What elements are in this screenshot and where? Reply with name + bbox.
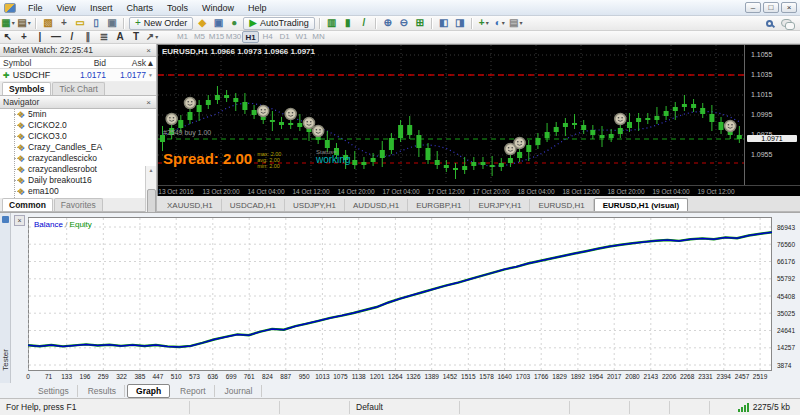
dropdown-arrow-icon[interactable]: ▾ [12, 18, 15, 28]
data-window-icon[interactable]: ▯ [88, 17, 104, 30]
new-chart-icon[interactable]: ▦▾ [0, 17, 16, 30]
text-icon[interactable]: A [112, 31, 128, 44]
chart-tab-xauusd-h1[interactable]: XAUUSD,H1 [159, 199, 222, 211]
cursor-crosshair-icon[interactable]: + [56, 17, 72, 30]
chart-tab-usdjpy-h1[interactable]: USDJPY,H1 [285, 199, 345, 211]
navigator-item-daily-breakout16[interactable]: ❖Daily breakout16 [0, 175, 156, 186]
web-community-icon[interactable]: ● [226, 17, 242, 30]
add-indicator-icon[interactable]: +▾ [476, 17, 492, 30]
chart-tab-usdcad-h1[interactable]: USDCAD,H1 [222, 199, 285, 211]
menu-help[interactable]: Help [241, 3, 274, 13]
dropdown-arrow-icon[interactable]: ▾ [155, 32, 158, 42]
chart-tab-eurusd-h1[interactable]: EURUSD,H1 [530, 199, 593, 211]
tab-favorites[interactable]: Favorites [54, 198, 103, 211]
menu-insert[interactable]: Insert [83, 3, 120, 13]
navigator-item-crazy-candles-ea[interactable]: ❖Crazy_Candles_EA [0, 142, 156, 153]
tester-tab-graph[interactable]: Graph [127, 384, 170, 398]
symbol-row[interactable]: ✚USDCHF1.01711.0177▼ [0, 69, 156, 82]
equidistant-channel-icon[interactable]: ∥ [80, 31, 96, 44]
timeframe-mn[interactable]: MN [310, 31, 327, 43]
line-chart-type-icon[interactable]: / [356, 17, 372, 30]
chart-tab-eurgbp-h1[interactable]: EURGBP,H1 [408, 199, 470, 211]
autotrading-button[interactable]: ▶AutoTrading [243, 17, 314, 30]
navigator-item-cicko3-0[interactable]: ❖CICKO3.0 [0, 131, 156, 142]
text-label-icon[interactable]: T [128, 31, 144, 44]
minimize-button[interactable]: – [745, 2, 761, 13]
menu-charts[interactable]: Charts [119, 3, 160, 13]
dropdown-arrow-icon[interactable]: ▾ [519, 18, 522, 28]
restore-button[interactable]: □ [763, 2, 779, 13]
menu-file[interactable]: File [21, 3, 50, 13]
scroll-down-icon[interactable]: ▼ [146, 72, 155, 78]
indicators-window-icon[interactable]: ▧ [40, 17, 56, 30]
vertical-line-icon[interactable]: | [32, 31, 48, 44]
navigator-item-crazycandlescicko[interactable]: ❖crazycandlescicko [0, 153, 156, 164]
terminal-window-icon[interactable]: ▣ [210, 17, 226, 30]
zoom-in-icon[interactable]: ⊕ [380, 17, 396, 30]
price-scale[interactable]: 1.10551.10351.10151.09951.09751.09551.09… [744, 45, 800, 185]
column-header-bid[interactable]: Bid [62, 58, 106, 68]
menu-window[interactable]: Window [195, 3, 241, 13]
balance-graph[interactable]: Balance / Equity [28, 217, 772, 371]
arrange-horizontal-icon[interactable]: ◧ [436, 17, 452, 30]
timeframe-m5[interactable]: M5 [191, 31, 208, 43]
zoom-out-icon[interactable]: ⊖ [396, 17, 412, 30]
crosshair-icon[interactable]: + [16, 31, 32, 44]
tester-close-icon[interactable]: × [14, 215, 25, 226]
chart-tab-audusd-h1[interactable]: AUDUSD,H1 [345, 199, 408, 211]
new-order-button[interactable]: +New Order [129, 17, 193, 30]
search-icon[interactable] [766, 20, 773, 27]
chart-tab-eurjpy-h1[interactable]: EURJPY,H1 [470, 199, 530, 211]
navigator-item-crazycandlesrobot[interactable]: ❖crazycandlesrobot [0, 164, 156, 175]
metaeditor-icon[interactable]: ◆ [194, 17, 210, 30]
tab-tick-chart[interactable]: Tick Chart [52, 82, 104, 95]
tile-windows-icon[interactable]: ⊞ [412, 17, 428, 30]
period-selector-icon[interactable]: ◐▾ [492, 17, 508, 30]
cursor-icon[interactable]: ↖ [0, 31, 16, 44]
navigator-item-ema100[interactable]: ❖ema100 [0, 186, 156, 197]
timeframe-h4[interactable]: H4 [259, 31, 276, 43]
navigator-item-5min[interactable]: ❖5min [0, 109, 156, 120]
timeframe-m1[interactable]: M1 [174, 31, 191, 43]
column-header-symbol[interactable]: Symbol [0, 58, 62, 68]
bar-chart-type-icon[interactable]: ▥ [324, 17, 340, 30]
column-header-ask[interactable]: Ask [106, 58, 146, 68]
market-watch-close-icon[interactable]: × [144, 46, 153, 55]
tab-symbols[interactable]: Symbols [2, 82, 51, 95]
timeframe-m15[interactable]: M15 [208, 31, 225, 43]
templates-folder-icon[interactable]: ▭ [72, 17, 88, 30]
tester-tab-journal[interactable]: Journal [217, 385, 262, 397]
menu-view[interactable]: View [50, 3, 83, 13]
scroll-up-icon[interactable]: ▲ [149, 166, 154, 175]
chat-icon[interactable] [781, 19, 792, 27]
tester-tab-results[interactable]: Results [80, 385, 125, 397]
tab-common[interactable]: Common [2, 198, 53, 211]
arrow-tools-icon[interactable]: ↗▾ [144, 31, 160, 44]
horizontal-line-icon[interactable]: — [48, 31, 64, 44]
menu-tools[interactable]: Tools [160, 3, 195, 13]
close-button[interactable]: × [781, 2, 797, 13]
timeframe-h1[interactable]: H1 [242, 31, 259, 43]
scroll-up-icon[interactable]: ▲ [146, 58, 155, 68]
timeframe-d1[interactable]: D1 [276, 31, 293, 43]
tester-tab-settings[interactable]: Settings [30, 385, 78, 397]
arrange-vertical-icon[interactable]: ◨ [452, 17, 468, 30]
template-selector-icon[interactable]: ▤▾ [508, 17, 524, 30]
timeframe-w1[interactable]: W1 [293, 31, 310, 43]
dropdown-arrow-icon[interactable]: ▾ [502, 18, 505, 28]
chart-window[interactable]: EURUSD,H1 1.0966 1.0973 1.0966 1.0971 #2… [157, 44, 800, 196]
navigator-close-icon[interactable]: × [144, 98, 153, 107]
dropdown-arrow-icon[interactable]: ▾ [486, 18, 489, 28]
price-chart[interactable]: EURUSD,H1 1.0966 1.0973 1.0966 1.0971 #2… [158, 45, 744, 185]
market-depth-icon[interactable]: ▣ [104, 17, 120, 30]
navigator-item-cicko2-0[interactable]: ❖CICKO2.0 [0, 120, 156, 131]
trendline-icon[interactable]: / [64, 31, 80, 44]
tester-tab-report[interactable]: Report [172, 385, 215, 397]
tester-sidebar[interactable]: Tester [0, 213, 11, 399]
timeframe-m30[interactable]: M30 [225, 31, 242, 43]
candlestick-type-icon[interactable]: ▮ [340, 17, 356, 30]
fibonacci-icon[interactable]: ≣ [96, 31, 112, 44]
dropdown-arrow-icon[interactable]: ▾ [28, 18, 31, 28]
profiles-icon[interactable]: ▤▾ [16, 17, 32, 30]
chart-tab-eurusd-h1-visual[interactable]: EURUSD,H1 (visual) [594, 198, 688, 211]
